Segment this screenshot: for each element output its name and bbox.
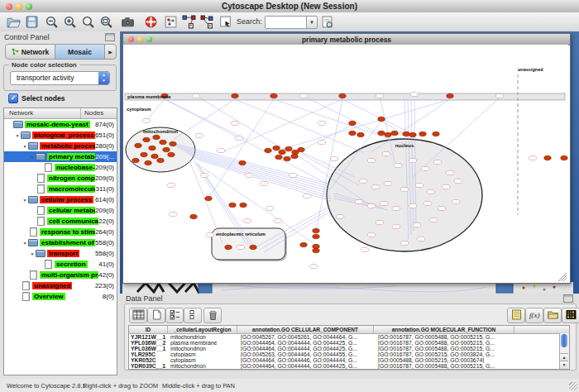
gene-node[interactable] <box>400 187 409 191</box>
gene-node[interactable] <box>442 184 450 189</box>
selected-gene-node[interactable] <box>279 150 285 154</box>
selected-gene-node[interactable] <box>149 146 156 150</box>
gene-node[interactable] <box>361 247 369 251</box>
window-resize-grip[interactable] <box>569 382 577 390</box>
canvas-resize-grip[interactable] <box>558 273 567 281</box>
gene-node[interactable] <box>206 232 214 237</box>
tab-overflow-button[interactable]: ▶ <box>105 45 116 59</box>
expand-arrow-icon[interactable]: ▼ <box>29 251 36 256</box>
selected-gene-node[interactable] <box>544 155 551 160</box>
open-session-button[interactable] <box>7 15 22 29</box>
network-view-frame[interactable]: primary metabolic process plasma membran… <box>122 33 571 284</box>
table-cell[interactable]: YPL036W__2 <box>129 340 169 346</box>
layout-b-button[interactable] <box>200 15 215 29</box>
search-apply-button[interactable] <box>320 15 335 29</box>
selected-gene-node[interactable] <box>143 137 150 141</box>
table-cell[interactable]: [GO:0044464, GO:0044444, GO:0044425, G..… <box>239 340 376 346</box>
table-row[interactable]: YKR052Ccytoplasm[GO:0044464, GO:0044446,… <box>129 357 569 363</box>
tree-row[interactable]: Overview8(0) <box>4 291 117 302</box>
help-button[interactable] <box>144 15 159 29</box>
annotation-button[interactable] <box>218 15 233 29</box>
gene-node[interactable] <box>192 93 200 98</box>
gene-node[interactable] <box>336 214 344 218</box>
unselect-attributes-button[interactable] <box>184 308 202 323</box>
table-row[interactable]: YLR295Ccytoplasm[GO:0045263, GO:0044464,… <box>129 351 569 357</box>
zoom-fit-button[interactable] <box>99 15 114 29</box>
selected-gene-node[interactable] <box>300 242 307 246</box>
expand-arrow-icon[interactable]: ▼ <box>22 144 28 149</box>
gene-node[interactable] <box>417 237 425 241</box>
gene-node[interactable] <box>245 173 253 177</box>
table-cell[interactable]: [GO:0005488, GO:0005215, GO:0003674] <box>376 357 518 363</box>
gene-node[interactable] <box>289 173 297 177</box>
selected-gene-node[interactable] <box>153 135 160 139</box>
gene-node[interactable] <box>409 158 417 162</box>
new-attribute-button[interactable] <box>147 308 165 323</box>
gene-node[interactable] <box>452 199 460 203</box>
column-header[interactable]: annotation.GO MOLECULAR_FUNCTION <box>374 326 514 333</box>
gene-node[interactable] <box>367 158 376 162</box>
table-cell[interactable]: [GO:0045267, GO:0045261, GO:0044464, G..… <box>239 334 376 340</box>
table-cell[interactable]: [GO:0045263, GO:0044464, GO:0044455, G..… <box>239 351 376 357</box>
selected-gene-node[interactable] <box>160 140 166 144</box>
table-cell[interactable]: mitochondrion <box>169 334 239 340</box>
table-cell[interactable]: [GO:0044464, GO:0044444, GO:0044425, G..… <box>239 346 376 351</box>
select-attributes-button[interactable] <box>165 308 184 323</box>
tree-row[interactable]: cellular metabo209(0) <box>4 205 117 216</box>
zoom-selected-button[interactable] <box>81 15 96 29</box>
delete-attribute-button[interactable] <box>203 308 222 323</box>
selected-gene-node[interactable] <box>135 143 141 147</box>
selected-gene-node[interactable] <box>273 146 280 150</box>
selected-gene-node[interactable] <box>163 147 170 151</box>
table-cell[interactable]: [GO:0016787, GO:0005215, GO:0003824, G..… <box>376 351 518 357</box>
tab-mosaic[interactable]: Mosaic <box>55 45 105 59</box>
table-scrollbar[interactable]: ▲ ▼ <box>559 333 569 369</box>
gene-node[interactable] <box>142 118 151 122</box>
node-color-dropdown[interactable]: transporter activity ▲▼ <box>10 71 110 85</box>
tab-network[interactable]: Network <box>6 45 55 59</box>
tree-row[interactable]: mosaic-demo-yeast874(0) <box>4 119 117 130</box>
selected-gene-node[interactable] <box>433 131 439 136</box>
scrollbar-thumb[interactable] <box>561 334 567 347</box>
selected-gene-node[interactable] <box>240 203 246 207</box>
network-view-titlebar[interactable]: primary metabolic process <box>123 34 570 45</box>
selected-gene-node[interactable] <box>378 131 385 135</box>
gene-node[interactable] <box>438 206 446 210</box>
selected-gene-node[interactable] <box>378 117 385 121</box>
tree-row[interactable]: multi-organism pro42(0) <box>4 270 117 280</box>
import-attributes-button[interactable] <box>543 308 562 323</box>
selected-gene-node[interactable] <box>561 155 567 160</box>
selected-gene-node[interactable] <box>291 154 298 158</box>
table-cell[interactable]: [GO:0016787, GO:0005488, GO:0005215, G..… <box>376 340 518 346</box>
gene-node[interactable] <box>380 201 388 205</box>
gene-node[interactable] <box>376 93 384 98</box>
vizmapper-button[interactable] <box>164 15 179 29</box>
gene-node[interactable] <box>367 203 376 208</box>
attribute-table[interactable]: ID_cellularLayoutRegionannotation.GO CEL… <box>128 325 570 370</box>
gene-node[interactable] <box>392 224 400 228</box>
gene-node[interactable] <box>330 156 338 160</box>
save-session-button[interactable] <box>25 15 40 29</box>
table-cell[interactable]: cytoplasm <box>169 357 239 363</box>
gene-node[interactable] <box>529 155 537 160</box>
selected-gene-node[interactable] <box>284 156 290 160</box>
search-input[interactable] <box>265 16 309 29</box>
tree-row[interactable]: macromolecule311(0) <box>4 184 117 194</box>
gene-node[interactable] <box>266 206 274 210</box>
table-cell[interactable]: [GO:0016787, GO:0005488, GO:0005215, G..… <box>376 334 518 340</box>
gene-node[interactable] <box>318 121 326 125</box>
gene-node[interactable] <box>274 218 282 222</box>
zoom-out-button[interactable] <box>45 15 60 29</box>
scroll-down-icon[interactable]: ▼ <box>560 361 568 369</box>
gene-node[interactable] <box>299 93 308 98</box>
gene-node[interactable] <box>423 201 432 205</box>
gene-node[interactable] <box>394 163 402 167</box>
selected-gene-node[interactable] <box>132 158 139 162</box>
selected-gene-node[interactable] <box>275 155 282 159</box>
expand-arrow-icon[interactable]: ▼ <box>22 198 28 203</box>
table-cell[interactable]: YKR052C <box>129 357 169 363</box>
gene-node[interactable] <box>318 140 326 144</box>
selected-gene-node[interactable] <box>298 147 304 151</box>
gene-node[interactable] <box>303 194 311 198</box>
formula-builder-button[interactable]: f(x) <box>525 308 543 323</box>
